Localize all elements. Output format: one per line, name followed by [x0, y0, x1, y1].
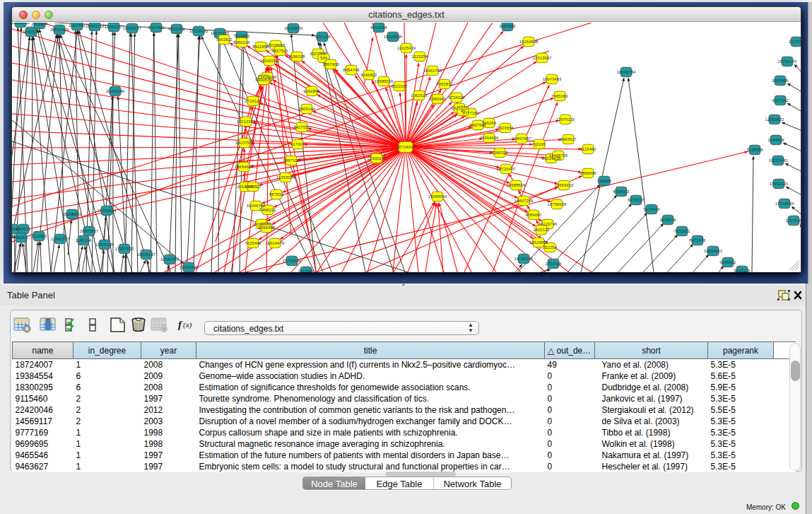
svg-text:7663822: 7663822: [216, 37, 233, 42]
svg-text:9827500: 9827500: [271, 49, 288, 53]
svg-text:17016504: 17016504: [775, 201, 794, 206]
svg-text:19756928: 19756928: [548, 202, 567, 206]
svg-text:9115460: 9115460: [580, 147, 597, 151]
svg-text:10853267: 10853267: [105, 25, 124, 29]
svg-text:10719155: 10719155: [189, 29, 208, 33]
svg-text:9463627: 9463627: [560, 137, 577, 141]
svg-text:18853718: 18853718: [86, 24, 105, 28]
svg-text:12213369: 12213369: [237, 119, 256, 124]
svg-text:9243118: 9243118: [734, 269, 751, 272]
svg-text:(x): (x): [183, 320, 192, 329]
svg-text:15716485: 15716485: [283, 259, 302, 263]
svg-text:8960124: 8960124: [233, 40, 250, 45]
svg-text:10807487: 10807487: [512, 136, 531, 141]
svg-text:7515521: 7515521: [233, 34, 250, 38]
svg-text:417006: 417006: [290, 142, 305, 146]
svg-text:7625402: 7625402: [245, 241, 261, 245]
svg-text:20053346: 20053346: [106, 89, 125, 93]
svg-text:12213967: 12213967: [533, 56, 552, 60]
svg-text:1244419: 1244419: [767, 138, 784, 142]
svg-text:20364436: 20364436: [480, 136, 499, 140]
svg-text:12975115: 12975115: [556, 117, 575, 122]
svg-text:10688609: 10688609: [507, 183, 526, 187]
svg-text:13588520: 13588520: [375, 79, 394, 83]
svg-text:8427552: 8427552: [293, 125, 310, 129]
svg-text:11325419: 11325419: [397, 46, 416, 50]
svg-text:6497568: 6497568: [469, 123, 486, 127]
svg-text:9390674: 9390674: [255, 78, 272, 82]
svg-text:18720407: 18720407: [497, 167, 516, 171]
svg-text:8454749: 8454749: [343, 68, 360, 72]
svg-text:9474444: 9474444: [643, 207, 660, 211]
svg-text:1115682: 1115682: [31, 234, 47, 238]
svg-text:16782759: 16782759: [160, 257, 180, 262]
svg-text:45: 45: [461, 109, 466, 113]
svg-text:546: 546: [320, 56, 328, 60]
svg-text:20206551: 20206551: [63, 212, 82, 216]
svg-text:7485063: 7485063: [551, 94, 568, 98]
svg-text:1405571: 1405571: [23, 30, 40, 34]
svg-text:16671355: 16671355: [211, 31, 230, 35]
svg-text:10973493: 10973493: [543, 77, 562, 81]
svg-text:2718120: 2718120: [245, 99, 261, 103]
svg-text:18226058: 18226058: [266, 43, 286, 47]
svg-text:9146821: 9146821: [360, 73, 377, 77]
svg-text:15751074: 15751074: [778, 59, 797, 64]
svg-text:8186328: 8186328: [288, 54, 305, 59]
svg-text:16210643: 16210643: [769, 158, 788, 163]
svg-text:25300275: 25300275: [367, 156, 387, 160]
svg-text:1966827: 1966827: [245, 185, 261, 189]
svg-text:9227342: 9227342: [772, 98, 789, 103]
svg-text:11353594: 11353594: [276, 175, 295, 180]
svg-text:2803144: 2803144: [298, 107, 315, 111]
svg-text:19384554: 19384554: [428, 194, 447, 199]
svg-text:17359934: 17359934: [98, 209, 117, 213]
svg-text:8322037: 8322037: [391, 84, 408, 88]
svg-text:20691406: 20691406: [50, 28, 69, 32]
svg-text:8938923: 8938923: [613, 189, 630, 194]
svg-text:1145194: 1145194: [76, 238, 93, 243]
svg-text:8813054: 8813054: [370, 25, 387, 30]
svg-text:16961758: 16961758: [423, 69, 442, 73]
svg-text:10653267: 10653267: [123, 26, 142, 30]
svg-text:2513904: 2513904: [31, 23, 48, 26]
svg-text:164095: 164095: [597, 179, 612, 183]
svg-text:14136141: 14136141: [514, 257, 534, 261]
svg-text:16543362: 16543362: [260, 59, 279, 63]
svg-text:1621072: 1621072: [451, 106, 468, 110]
svg-text:16154808: 16154808: [519, 40, 539, 44]
svg-text:6966160: 6966160: [168, 27, 185, 31]
svg-text:10975867: 10975867: [80, 229, 99, 233]
svg-text:7386322: 7386322: [491, 151, 508, 155]
svg-text:62160: 62160: [534, 142, 546, 146]
svg-text:9734028: 9734028: [448, 95, 465, 100]
svg-text:16648784: 16648784: [617, 70, 636, 74]
svg-text:9899695: 9899695: [579, 171, 596, 175]
svg-text:19383312: 19383312: [12, 23, 30, 25]
svg-text:7632621: 7632621: [673, 229, 690, 233]
svg-text:9329966: 9329966: [772, 78, 789, 83]
svg-text:16120746: 16120746: [539, 222, 558, 226]
svg-text:12505135: 12505135: [95, 243, 114, 247]
svg-text:10958107: 10958107: [137, 252, 156, 257]
svg-text:12093822: 12093822: [765, 117, 784, 122]
svg-text:7857224: 7857224: [314, 35, 331, 39]
svg-text:1990443: 1990443: [429, 97, 446, 101]
svg-text:1527602: 1527602: [148, 25, 165, 30]
svg-text:9245612: 9245612: [719, 260, 736, 264]
svg-text:18724007: 18724007: [396, 145, 416, 149]
svg-text:12923446: 12923446: [180, 265, 199, 269]
svg-text:1615132: 1615132: [533, 228, 550, 232]
svg-text:3867110: 3867110: [283, 158, 300, 163]
svg-text:1362625: 1362625: [411, 93, 428, 98]
svg-text:16033809: 16033809: [284, 26, 303, 30]
svg-text:1123254: 1123254: [412, 54, 429, 59]
svg-text:12942737: 12942737: [51, 237, 70, 241]
svg-text:9084067: 9084067: [525, 213, 542, 217]
svg-text:8471676: 8471676: [689, 238, 706, 243]
svg-text:1167534: 1167534: [786, 218, 801, 223]
svg-text:39154: 39154: [16, 235, 28, 240]
svg-text:1117034: 1117034: [789, 40, 801, 44]
svg-text:19218596: 19218596: [384, 35, 403, 39]
svg-text:435001: 435001: [16, 227, 31, 231]
